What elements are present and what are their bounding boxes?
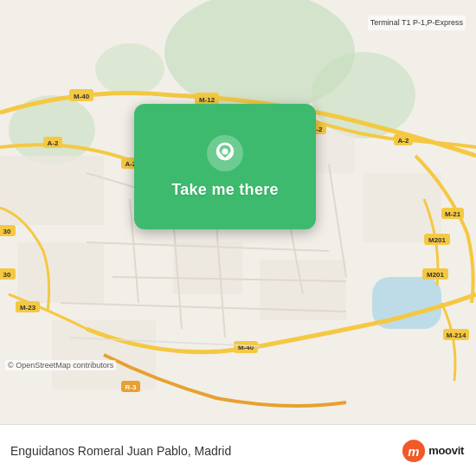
map-view: M-40 M-12 A-2 A-2 A-2 A-2 M-40 M-21 M201… xyxy=(0,0,476,424)
svg-rect-7 xyxy=(17,242,104,303)
svg-text:M201: M201 xyxy=(428,236,447,244)
svg-text:M-21: M-21 xyxy=(445,210,461,218)
moovit-m-icon: m xyxy=(402,439,426,463)
svg-text:30: 30 xyxy=(3,271,11,279)
svg-text:M-23: M-23 xyxy=(20,304,36,312)
svg-text:30: 30 xyxy=(3,228,11,235)
location-text: Enguidanos Romeral Juan Pablo, Madrid xyxy=(10,444,231,458)
svg-text:A-2: A-2 xyxy=(398,137,409,145)
svg-rect-9 xyxy=(173,242,242,294)
terminal-label: Terminal T1 P-1,P-Express xyxy=(368,16,466,30)
svg-text:M-12: M-12 xyxy=(199,96,215,104)
svg-text:M201: M201 xyxy=(427,271,445,279)
bottom-bar: Enguidanos Romeral Juan Pablo, Madrid m … xyxy=(0,424,476,476)
svg-text:m: m xyxy=(408,443,420,458)
osm-attribution: © OpenStreetMap contributors xyxy=(5,360,116,370)
take-me-there-button[interactable]: Take me there xyxy=(171,181,279,199)
svg-rect-11 xyxy=(363,173,441,242)
svg-point-55 xyxy=(222,149,228,155)
svg-point-4 xyxy=(95,43,164,95)
svg-text:M-40: M-40 xyxy=(74,93,90,100)
svg-text:R-3: R-3 xyxy=(125,383,137,391)
moovit-logo: m moovit xyxy=(402,439,464,463)
map-card: Take me there xyxy=(134,104,316,229)
svg-text:M-214: M-214 xyxy=(447,331,466,339)
svg-text:A-2: A-2 xyxy=(48,139,59,147)
location-pin-icon xyxy=(206,134,244,172)
moovit-brand-text: moovit xyxy=(428,444,464,457)
